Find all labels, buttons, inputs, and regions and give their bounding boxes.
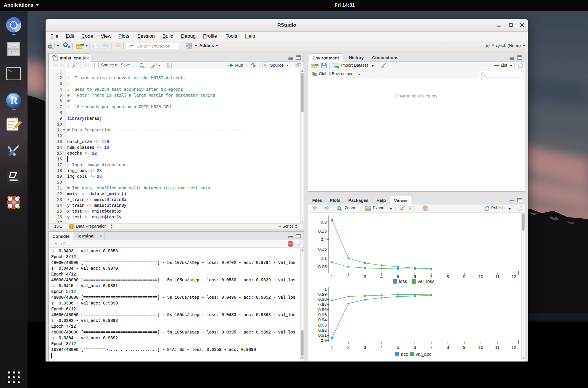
svg-text:0.94: 0.94 [318, 317, 327, 322]
svg-text:STOP: STOP [423, 208, 428, 209]
svg-text:6: 6 [414, 274, 416, 279]
svg-text:2: 2 [347, 274, 350, 279]
svg-text:2: 2 [347, 345, 350, 350]
svg-text:R: R [68, 45, 70, 49]
svg-text:4: 4 [380, 345, 383, 350]
svg-text:7: 7 [430, 274, 432, 279]
svg-text:R: R [53, 55, 55, 58]
svg-text:0.91: 0.91 [318, 333, 327, 338]
svg-text:0.1: 0.1 [321, 255, 327, 260]
svg-text:5: 5 [397, 345, 399, 350]
svg-text:val_loss: val_loss [418, 279, 434, 284]
svg-text:9: 9 [463, 274, 465, 279]
svg-text:12: 12 [512, 274, 516, 279]
svg-text:R: R [486, 45, 488, 48]
svg-text:10: 10 [479, 345, 483, 350]
svg-text:8: 8 [447, 274, 449, 279]
svg-text:3: 3 [364, 345, 366, 350]
svg-text:STOP: STOP [288, 243, 293, 245]
svg-text:>_: >_ [8, 69, 12, 72]
svg-text:1: 1 [324, 287, 327, 291]
svg-text:0.15: 0.15 [318, 246, 327, 251]
svg-text:0.98: 0.98 [318, 297, 327, 302]
svg-text:val_acc: val_acc [416, 352, 431, 357]
svg-text:loss: loss [399, 279, 407, 284]
svg-text:11: 11 [495, 345, 500, 350]
svg-text:11: 11 [495, 274, 500, 279]
svg-text:0.05: 0.05 [318, 264, 327, 269]
svg-text:9: 9 [463, 345, 465, 350]
svg-text:0.25: 0.25 [318, 229, 327, 233]
svg-text:12: 12 [512, 345, 516, 350]
svg-text:acc: acc [401, 352, 408, 357]
svg-text:R: R [10, 95, 18, 106]
svg-text:6: 6 [414, 345, 416, 350]
svg-text:4: 4 [380, 274, 383, 279]
svg-text:0.9: 0.9 [321, 338, 327, 343]
svg-text:3: 3 [364, 274, 366, 279]
svg-text:1: 1 [331, 274, 333, 279]
svg-text:0.95: 0.95 [318, 312, 327, 317]
svg-text:1: 1 [331, 345, 333, 350]
svg-text:0.99: 0.99 [318, 292, 327, 297]
svg-text:0.93: 0.93 [318, 322, 327, 327]
svg-text:0.3: 0.3 [321, 220, 327, 224]
svg-text:0.92: 0.92 [318, 328, 327, 333]
svg-text:7: 7 [430, 345, 432, 350]
svg-text:0.97: 0.97 [318, 302, 327, 307]
svg-text:0.2: 0.2 [321, 237, 327, 242]
svg-text:10: 10 [479, 274, 483, 279]
svg-text:8: 8 [447, 345, 449, 350]
svg-text:5: 5 [397, 274, 399, 279]
svg-text:0.96: 0.96 [318, 307, 327, 312]
